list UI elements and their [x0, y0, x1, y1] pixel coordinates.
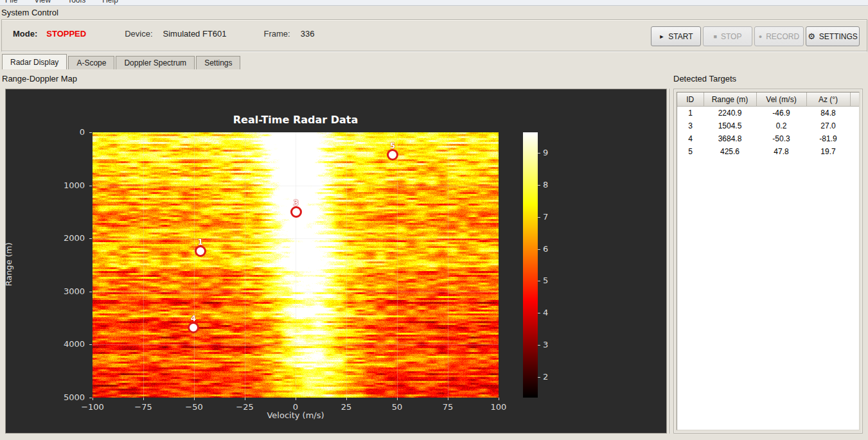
x-tick-mark [296, 398, 296, 400]
col-header-filler [850, 92, 859, 107]
x-tick-mark [448, 398, 448, 400]
mode-label: Mode: [13, 29, 37, 39]
colorbar-tick-label: 3 [543, 340, 558, 349]
table-row[interactable]: 43684.8 -50.3-81.9 [677, 132, 859, 145]
detected-targets-table-area: ID Range (m) Vel (m/s) Az (°) 12240.9 -4… [677, 92, 860, 430]
table-row[interactable]: 31504.5 0.227.0 [677, 119, 859, 132]
target-marker-label: 4 [191, 314, 196, 323]
y-tick-label: 3000 [57, 286, 85, 296]
menu-item-help[interactable]: Help [102, 0, 118, 4]
x-tick-mark [346, 398, 347, 400]
menu-item-tools[interactable]: Tools [67, 0, 85, 4]
x-axis-label: Velocity (m/s) [93, 410, 499, 420]
tab-bar: Radar Display A-Scope Doppler Spectrum S… [2, 55, 242, 69]
colorbar-tick-label: 6 [543, 244, 558, 254]
col-header-id[interactable]: ID [677, 92, 704, 107]
menu-item-view[interactable]: View [34, 0, 51, 4]
x-tick-label: −25 [227, 402, 263, 412]
tab-settings[interactable]: Settings [196, 56, 240, 69]
target-marker-label: 3 [293, 198, 298, 207]
x-tick-label: 25 [328, 402, 364, 412]
menu-bar: File View Tools Help [0, 0, 868, 6]
colorbar-tick-label: 5 [543, 276, 558, 285]
colorbar-tick-mark [538, 345, 540, 346]
range-doppler-plot-panel: Real-Time Radar Data Velocity (m/s) Rang… [5, 89, 667, 434]
colorbar-tick-mark [538, 313, 540, 313]
colorbar-tick-mark [538, 185, 540, 186]
tab-radar-display[interactable]: Radar Display [2, 54, 67, 69]
target-marker[interactable] [195, 245, 206, 257]
colorbar [523, 132, 538, 398]
y-tick-label: 5000 [57, 392, 85, 402]
y-tick-mark [89, 344, 92, 345]
range-doppler-heatmap[interactable] [93, 132, 499, 398]
col-header-vel[interactable]: Vel (m/s) [756, 92, 806, 107]
frame-label: Frame: [264, 29, 290, 39]
x-tick-label: 0 [278, 402, 314, 412]
plot-title: Real-Time Radar Data [93, 114, 499, 126]
colorbar-tick-mark [538, 217, 540, 218]
col-header-az[interactable]: Az (°) [806, 92, 850, 107]
y-tick-label: 1000 [57, 180, 85, 190]
colorbar-tick-mark [538, 153, 540, 154]
y-tick-mark [89, 238, 92, 239]
colorbar-tick-mark [538, 281, 540, 281]
colorbar-tick-label: 2 [543, 372, 558, 382]
y-tick-mark [89, 132, 92, 133]
x-tick-label: −50 [176, 402, 212, 412]
stop-icon: ■ [714, 33, 717, 40]
tab-a-scope[interactable]: A-Scope [68, 56, 114, 69]
record-button[interactable]: ● RECORD [754, 26, 804, 46]
x-tick-mark [245, 398, 245, 400]
colorbar-tick-label: 7 [543, 212, 558, 222]
tab-doppler-spectrum[interactable]: Doppler Spectrum [116, 56, 195, 69]
target-marker[interactable] [290, 206, 302, 218]
colorbar-tick-label: 4 [543, 308, 558, 317]
play-icon: ► [659, 33, 664, 40]
y-tick-mark [89, 186, 92, 186]
start-button[interactable]: ► START [651, 26, 701, 46]
mode-value: STOPPED [46, 29, 86, 39]
table-row[interactable]: 12240.9 -46.984.8 [677, 107, 859, 120]
gear-icon: ⚙ [808, 31, 815, 41]
y-tick-mark [89, 398, 92, 398]
col-header-range[interactable]: Range (m) [704, 92, 756, 107]
device-value: Simulated FT601 [163, 29, 227, 39]
x-tick-mark [143, 398, 144, 400]
y-tick-label: 4000 [57, 339, 85, 349]
table-header-row: ID Range (m) Vel (m/s) Az (°) [677, 92, 859, 107]
x-tick-label: −75 [125, 402, 161, 412]
table-row[interactable]: 5425.6 47.819.7 [677, 145, 859, 158]
colorbar-tick-mark [538, 249, 540, 250]
x-tick-mark [93, 398, 93, 400]
x-tick-label: −100 [75, 402, 111, 412]
stop-button[interactable]: ■ STOP [703, 26, 752, 46]
target-marker[interactable] [188, 322, 199, 333]
targets-table: ID Range (m) Vel (m/s) Az (°) 12240.9 -4… [677, 92, 859, 158]
target-marker-label: 1 [198, 238, 203, 247]
x-tick-mark [194, 398, 195, 400]
target-marker-label: 5 [390, 141, 395, 150]
colorbar-tick-label: 9 [543, 148, 558, 157]
settings-button[interactable]: ⚙ SETTINGS [806, 26, 860, 46]
y-tick-label: 0 [57, 127, 85, 137]
menu-item-file[interactable]: File [5, 0, 17, 4]
device-label: Device: [125, 29, 152, 39]
y-axis-label: Range (m) [4, 200, 13, 329]
record-icon: ● [759, 33, 762, 40]
x-tick-mark [397, 398, 398, 400]
colorbar-tick-mark [538, 377, 540, 378]
range-doppler-map-label: Range-Doppler Map [2, 74, 77, 84]
x-tick-label: 50 [379, 402, 415, 412]
panel-splitter[interactable] [669, 89, 670, 434]
target-marker[interactable] [387, 149, 398, 161]
detected-targets-label: Detected Targets [673, 74, 736, 84]
x-tick-mark [499, 398, 499, 400]
x-tick-label: 75 [430, 402, 466, 412]
colorbar-tick-label: 8 [543, 180, 558, 189]
status-row: Mode: STOPPED Device: Simulated FT601 Fr… [13, 29, 314, 39]
frame-value: 336 [301, 29, 315, 39]
x-tick-label: 100 [481, 402, 517, 412]
y-tick-label: 2000 [57, 233, 85, 243]
system-control-title: System Control [1, 8, 58, 17]
